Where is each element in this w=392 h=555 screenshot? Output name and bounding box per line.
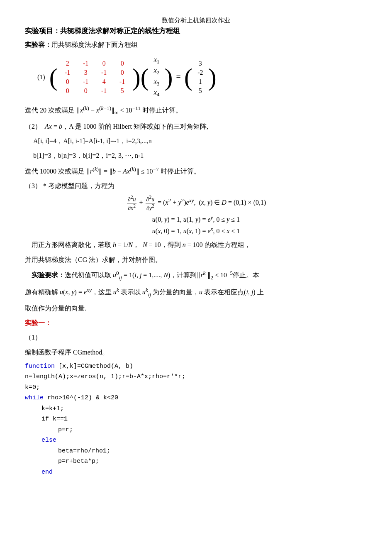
code-intro: 编制函数子程序 CGmethod。 [25, 347, 367, 358]
a14: 0 [114, 60, 131, 67]
problem2-line1: A[i, i]=4，A[i, i-1]=A[i-1, i]=-1，i=2,3,.… [33, 135, 367, 147]
code-line-9: beta=rho/rho1; [58, 446, 367, 457]
code-block: function [x,k]=CGmethod(A, b) n=length(A… [25, 361, 367, 478]
iter-condition-1: 迭代 20 次或满足 ‖x(k) − x(k−1)‖∞ < 10−11 时停止计… [25, 104, 367, 117]
main-title: 数值分析上机第四次作业 [25, 17, 367, 24]
iter-condition-2: 迭代 10000 次或满足 ‖r(k)‖ = ‖b − Ax(k)‖ ≤ 10−… [25, 165, 367, 177]
a44: 5 [114, 87, 131, 95]
a24: 0 [114, 69, 131, 76]
keyword-function: function [25, 363, 55, 370]
code-init: n=length(A);x=zeros(n, 1);r=b-A*x;rho=r'… [25, 373, 185, 380]
a33: 4 [96, 78, 112, 86]
code-line-7: p=r; [58, 425, 367, 435]
matrix-A: ( 2 -1 0 0 -1 3 -1 0 0 -1 4 -1 0 0 -1 5 … [49, 58, 141, 96]
problem1-label: (1) [37, 73, 45, 81]
b4: 5 [194, 87, 207, 95]
vector-b: ( 3 -2 1 5 ) [184, 58, 217, 96]
b2: -2 [194, 69, 207, 76]
left-bracket-x: ( [141, 65, 149, 90]
equals-sign: = [176, 72, 181, 82]
bc2: u(x, 0) = 1, u(x, 1) = ex, 0 ≤ x ≤ 1 [25, 226, 367, 235]
left-bracket-b: ( [184, 65, 192, 90]
right-bracket-x: ) [165, 65, 173, 90]
experiment-result-header: 实验一： [25, 317, 367, 328]
b3: 1 [194, 78, 207, 86]
x2: x2 [151, 67, 163, 76]
code-line-3: k=0; [25, 382, 367, 393]
code-function-sig: [x,k]=CGmethod(A, b) [55, 363, 133, 370]
b1: 3 [194, 60, 207, 67]
code-line-8: else [41, 435, 367, 446]
a31: 0 [59, 78, 76, 86]
code-beta: beta=rho/rho1; [58, 447, 110, 455]
code-line-6: if k==1 [41, 414, 367, 425]
code-if: if k==1 [41, 416, 68, 423]
code-line-11: end [41, 467, 367, 478]
matrix-A-grid: 2 -1 0 0 -1 3 -1 0 0 -1 4 -1 0 0 -1 5 [58, 58, 132, 96]
experiment-title: 实验项目：共轭梯度法求解对称正定的线性方程组 [25, 26, 367, 36]
experiment-content-label: 实验容： [25, 41, 51, 48]
pde-frac1: ∂2u ∂x2 [127, 195, 137, 211]
a11: 2 [59, 60, 76, 67]
vector-b-grid: 3 -2 1 5 [192, 58, 208, 96]
bc1: u(0, y) = 1, u(1, y) = ey, 0 ≤ y ≤ 1 [25, 214, 367, 223]
a13: 0 [96, 60, 112, 67]
result-sub: （1） [25, 332, 367, 343]
experiment-req3: 取值作为分量的向量. [25, 303, 367, 314]
a22: 3 [78, 69, 94, 76]
experiment-req: 实验要求：迭代初值可以取 u0ij = 1(i, j = 1,...., N)，… [25, 269, 367, 282]
code-line-2: n=length(A);x=zeros(n, 1);r=b-A*x;rho=r'… [25, 372, 367, 382]
a41: 0 [59, 87, 76, 95]
a12: -1 [78, 60, 94, 67]
discretize-text: 用正方形网格离散化，若取 h = 1/N， N = 10，得到 n = 100 … [25, 239, 367, 250]
vector-x: ( x1 x2 x3 x4 ) [141, 54, 173, 100]
a32: -1 [78, 78, 94, 86]
left-bracket-A: ( [49, 65, 58, 90]
a23: -1 [96, 69, 112, 76]
experiment-title-text: 实验项目：共轭梯度法求解对称正定的线性方程组 [25, 27, 180, 35]
code-line-1: function [x,k]=CGmethod(A, b) [25, 361, 367, 372]
code-while-cond: rho>10^(-12) & k<20 [44, 394, 118, 401]
a43: -1 [96, 87, 112, 95]
problem3-header: （3）＊考虑模型问题，方程为 [25, 180, 367, 191]
code-k-inc: k=k+1; [41, 405, 64, 412]
pde-frac2: ∂2u ∂y2 [146, 195, 156, 211]
code-line-5: k=k+1; [41, 403, 367, 414]
right-bracket-A: ) [132, 65, 141, 90]
code-line-4: while rho>10^(-12) & k<20 [25, 393, 367, 403]
code-p-r: p=r; [58, 426, 73, 433]
pde-equation: ∂2u ∂x2 + ∂2u ∂y2 = (x2 + y2)exy, (x, y)… [25, 195, 367, 211]
a21: -1 [59, 69, 76, 76]
experiment-req2: 题有精确解 u(x, y) = exy，这里 uk 表示以 ukij 为分量的向… [25, 286, 367, 299]
a34: -1 [114, 78, 131, 86]
problem2-line2: b[1]=3，b[n]=3，b[i]=2，i=2, 3, ⋯, n-1 [33, 150, 367, 161]
keyword-else: else [41, 437, 56, 444]
keyword-end: end [41, 469, 53, 476]
code-line-10: p=r+beta*p; [58, 456, 367, 467]
exp-req-label: 实验要求： [32, 271, 65, 279]
matrix-equation-1: (1) ( 2 -1 0 0 -1 3 -1 0 0 -1 4 -1 0 0 -… [37, 54, 367, 100]
page-container: 数值分析上机第四次作业 实验项目：共轭梯度法求解对称正定的线性方程组 实验容：用… [25, 17, 367, 477]
code-k-init: k=0; [25, 384, 40, 391]
experiment-result-label: 实验一： [25, 319, 51, 326]
problem2-header: （2） Ax = b，A 是 1000 阶的 Hilbert 矩阵或如下的三对角… [25, 121, 367, 132]
experiment-content: 实验容：用共轭梯度法求解下面方程组 [25, 39, 367, 50]
a42: 0 [78, 87, 94, 95]
x3: x3 [151, 78, 163, 87]
keyword-while: while [25, 394, 44, 401]
experiment-content-text: 用共轭梯度法求解下面方程组 [51, 41, 138, 48]
cg-text: 并用共轭梯度法（CG 法）求解，并对解作图。 [25, 254, 367, 265]
code-p-update: p=r+beta*p; [58, 458, 99, 465]
x4: x4 [151, 89, 163, 98]
x1: x1 [151, 56, 163, 65]
right-bracket-b: ) [208, 65, 217, 90]
vector-x-grid: x1 x2 x3 x4 [149, 54, 165, 100]
